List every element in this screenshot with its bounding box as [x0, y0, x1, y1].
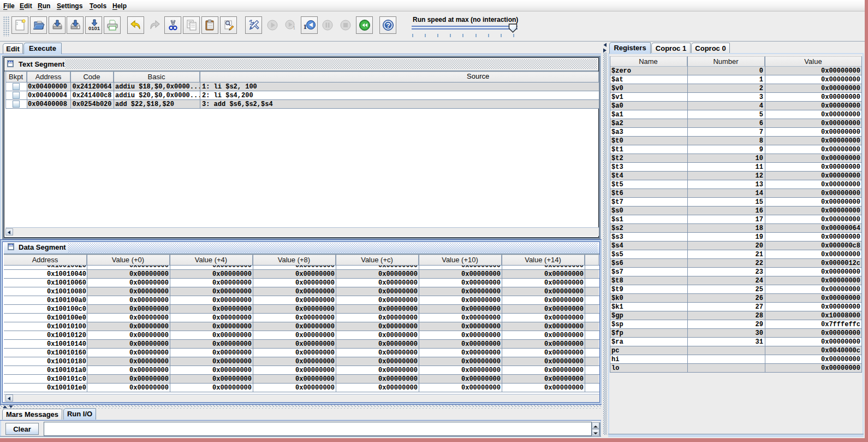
svg-text:1: 1: [304, 22, 307, 31]
svg-text:1: 1: [293, 25, 296, 31]
svg-text:?: ?: [386, 21, 390, 30]
